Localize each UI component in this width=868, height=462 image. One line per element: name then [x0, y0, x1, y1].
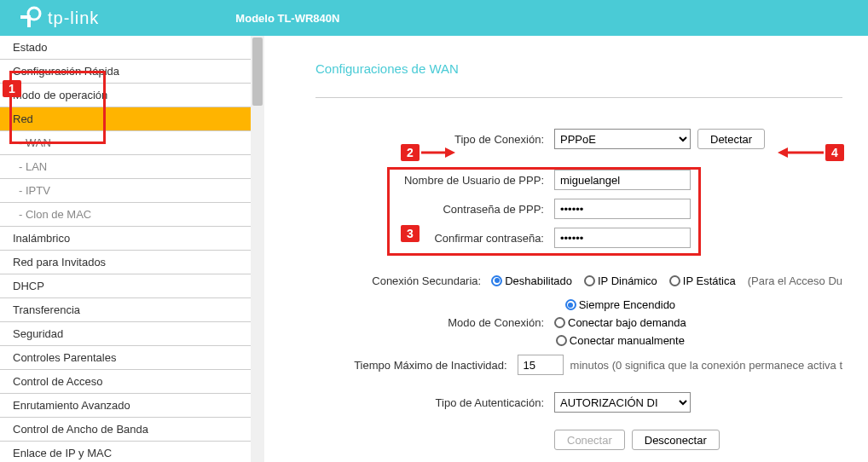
- secondary-static-option[interactable]: IP Estática: [669, 274, 736, 287]
- radio-icon: [584, 275, 595, 286]
- annotation-callout-2: 2: [401, 144, 420, 161]
- idle-label: Tiempo Máximo de Inactividad:: [315, 359, 518, 372]
- ppp-pass-input[interactable]: [554, 199, 691, 219]
- conn-type-label: Tipo de Conexión:: [315, 133, 554, 146]
- annotation-callout-4: 4: [825, 144, 844, 161]
- brand-logo: tp-link: [17, 5, 99, 31]
- mode-always-on-option[interactable]: Siempre Encendido: [565, 298, 675, 311]
- secondary-conn-label: Conexión Secundaria:: [315, 274, 491, 287]
- model-label: Modelo TL-WR840N: [235, 12, 339, 25]
- sidebar-item-transferencia[interactable]: Transferencia: [0, 298, 264, 322]
- secondary-disabled-option[interactable]: Deshabilitado: [491, 274, 572, 287]
- mode-on-demand-option[interactable]: Conectar bajo demanda: [554, 316, 686, 329]
- sidebar-item-control-acceso[interactable]: Control de Acceso: [0, 370, 264, 394]
- ppp-user-label: Nombre de Usuario de PPP:: [315, 174, 554, 187]
- sidebar-item-seguridad[interactable]: Seguridad: [0, 322, 264, 346]
- connect-button[interactable]: Conectar: [554, 430, 625, 450]
- radio-checked-icon: [565, 299, 576, 310]
- sidebar-item-estado[interactable]: Estado: [0, 36, 264, 60]
- sidebar-item-red-invitados[interactable]: Red para Invitados: [0, 251, 264, 274]
- radio-icon: [554, 317, 565, 328]
- sidebar-item-modo-operacion[interactable]: Modo de operación: [0, 84, 264, 107]
- sidebar-item-clon-mac[interactable]: - Clon de MAC: [0, 203, 264, 227]
- main-content: Configuraciones de WAN Tipo de Conexión:…: [264, 36, 868, 462]
- sidebar-item-red[interactable]: Red: [0, 107, 264, 131]
- conn-mode-label: Modo de Conexión:: [315, 316, 554, 329]
- sidebar-item-enrutamiento-avanzado[interactable]: Enrutamiento Avanzado: [0, 394, 264, 418]
- idle-input[interactable]: [518, 355, 564, 375]
- divider: [315, 97, 842, 98]
- page-title: Configuraciones de WAN: [315, 61, 842, 76]
- ppp-user-input[interactable]: [554, 170, 691, 190]
- ppp-pass2-input[interactable]: [554, 228, 691, 248]
- brand-name: tp-link: [48, 9, 99, 28]
- conn-type-select[interactable]: PPPoE: [554, 129, 691, 149]
- sidebar-item-wan[interactable]: - WAN: [0, 131, 264, 155]
- sidebar-item-inalambrico[interactable]: Inalámbrico: [0, 227, 264, 251]
- sidebar-item-iptv[interactable]: - IPTV: [0, 179, 264, 203]
- sidebar-scrollbar-thumb[interactable]: [252, 38, 263, 106]
- sidebar-item-enlace-ip-mac[interactable]: Enlace de IP y MAC: [0, 442, 264, 462]
- radio-checked-icon: [491, 275, 502, 286]
- auth-label: Tipo de Autenticación:: [315, 396, 554, 409]
- svg-rect-2: [27, 15, 31, 27]
- sidebar-item-lan[interactable]: - LAN: [0, 155, 264, 179]
- idle-hint: minutos (0 significa que la conexión per…: [570, 359, 842, 372]
- sidebar-item-dhcp[interactable]: DHCP: [0, 274, 264, 298]
- radio-icon: [556, 335, 567, 346]
- sidebar-item-control-ancho-banda[interactable]: Control de Ancho de Banda: [0, 418, 264, 442]
- secondary-hint: (Para el Acceso Du: [748, 274, 842, 287]
- sidebar-item-configuracion-rapida[interactable]: Configuración Rápida: [0, 60, 264, 84]
- brand-logo-mark: [17, 5, 43, 31]
- annotation-callout-3: 3: [401, 225, 420, 242]
- sidebar-scrollbar[interactable]: [251, 36, 264, 462]
- ppp-pass2-label: Confirmar contraseña:: [315, 232, 554, 245]
- app-header: tp-link Modelo TL-WR840N: [0, 0, 868, 36]
- detect-button[interactable]: Detectar: [697, 129, 765, 149]
- disconnect-button[interactable]: Desconectar: [632, 430, 720, 450]
- sidebar-item-controles-parentales[interactable]: Controles Parentales: [0, 346, 264, 370]
- ppp-pass-label: Contraseña de PPP:: [315, 203, 554, 216]
- radio-icon: [669, 275, 680, 286]
- annotation-callout-1: 1: [3, 80, 21, 97]
- auth-select[interactable]: AUTORIZACIÓN DI: [554, 392, 691, 413]
- sidebar: Estado Configuración Rápida Modo de oper…: [0, 36, 264, 462]
- mode-manual-option[interactable]: Conectar manualmente: [556, 334, 685, 347]
- secondary-dynamic-option[interactable]: IP Dinámico: [584, 274, 657, 287]
